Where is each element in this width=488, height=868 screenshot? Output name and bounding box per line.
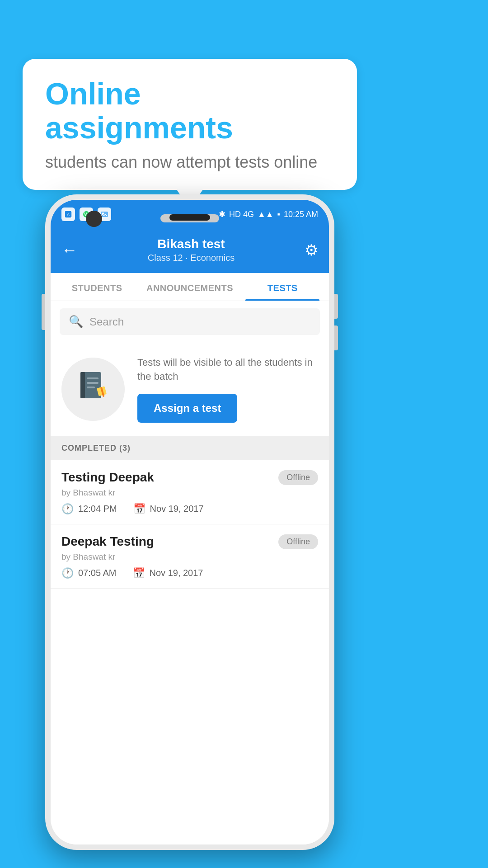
test-date: 📅 Nov 19, 2017 [133,503,204,515]
network-label: HD 4G [229,210,254,219]
phone-camera [86,211,102,227]
test-meta: 🕐 12:04 PM 📅 Nov 19, 2017 [61,503,318,515]
content-area: 🔍 Search [51,301,329,844]
assign-description: Tests will be visible to all the student… [137,356,318,384]
header-center: Bikash test Class 12 · Economics [148,237,235,263]
test-badge: Offline [278,470,318,485]
svg-text:A: A [67,212,70,217]
svg-rect-8 [87,377,99,379]
clock-icon: 🕐 [61,503,74,515]
test-date-value: Nov 19, 2017 [150,504,204,514]
test-badge: Offline [278,534,318,549]
tab-announcements[interactable]: ANNOUNCEMENTS [143,273,236,301]
search-input[interactable]: Search [89,316,124,328]
test-date: 📅 Nov 19, 2017 [133,567,203,579]
assign-right: Tests will be visible to all the student… [137,356,318,423]
test-time: 🕐 07:05 AM [61,567,117,579]
app-header: ← Bikash test Class 12 · Economics ⚙ [51,229,329,273]
header-title: Bikash test [148,237,235,251]
assign-icon-circle [61,358,125,421]
test-by: by Bhaswat kr [61,552,318,562]
phone-speaker [169,214,210,221]
phone-button-volume-up [42,294,45,330]
back-button[interactable]: ← [61,241,78,259]
calendar-icon: 📅 [133,567,145,579]
battery-icon: ▪ [277,210,280,219]
phone-frame: A W ✱ HD 4G ▲▲ ▪ 10:25 AM ← Bikash t [45,194,334,850]
assign-test-button[interactable]: Assign a test [137,394,237,423]
speech-bubble: Online assignments students can now atte… [23,59,357,190]
phone-button-volume-down [334,326,338,350]
test-meta: 🕐 07:05 AM 📅 Nov 19, 2017 [61,567,318,579]
test-item[interactable]: Deepak Testing Offline by Bhaswat kr 🕐 0… [51,524,329,589]
calendar-icon: 📅 [133,503,145,515]
svg-rect-7 [80,372,85,398]
assign-section: Tests will be visible to all the student… [51,342,329,436]
search-icon: 🔍 [69,315,83,329]
test-time-value: 12:04 PM [78,504,117,514]
test-item[interactable]: Testing Deepak Offline by Bhaswat kr 🕐 1… [51,460,329,524]
tab-tests[interactable]: TESTS [236,273,329,301]
test-date-value: Nov 19, 2017 [150,568,203,578]
bubble-title: Online assignments [45,77,334,145]
status-time: 10:25 AM [284,210,318,219]
test-time-value: 07:05 AM [78,568,117,578]
header-subtitle: Class 12 · Economics [148,253,235,263]
app1-icon: A [61,208,75,221]
test-by: by Bhaswat kr [61,488,318,498]
tab-students[interactable]: STUDENTS [51,273,143,301]
svg-rect-9 [87,382,99,384]
test-name: Testing Deepak [61,470,154,485]
phone-screen: A W ✱ HD 4G ▲▲ ▪ 10:25 AM ← Bikash t [51,200,329,844]
tabs-bar: STUDENTS ANNOUNCEMENTS TESTS [51,273,329,301]
phone-button-power [334,294,338,319]
search-container: 🔍 Search [51,301,329,342]
bubble-subtitle: students can now attempt tests online [45,153,334,172]
test-item-top: Testing Deepak Offline [61,470,318,485]
svg-rect-10 [87,387,95,388]
bluetooth-icon: ✱ [219,209,225,219]
test-time: 🕐 12:04 PM [61,503,117,515]
test-name: Deepak Testing [61,534,154,549]
clock-icon: 🕐 [61,567,74,579]
status-right: ✱ HD 4G ▲▲ ▪ 10:25 AM [219,209,318,219]
settings-button[interactable]: ⚙ [305,241,318,259]
test-item-top: Deepak Testing Offline [61,534,318,549]
search-bar[interactable]: 🔍 Search [60,308,320,335]
signal-icon: ▲▲ [258,210,274,219]
completed-section-header: COMPLETED (3) [51,436,329,460]
notebook-icon [77,369,109,409]
